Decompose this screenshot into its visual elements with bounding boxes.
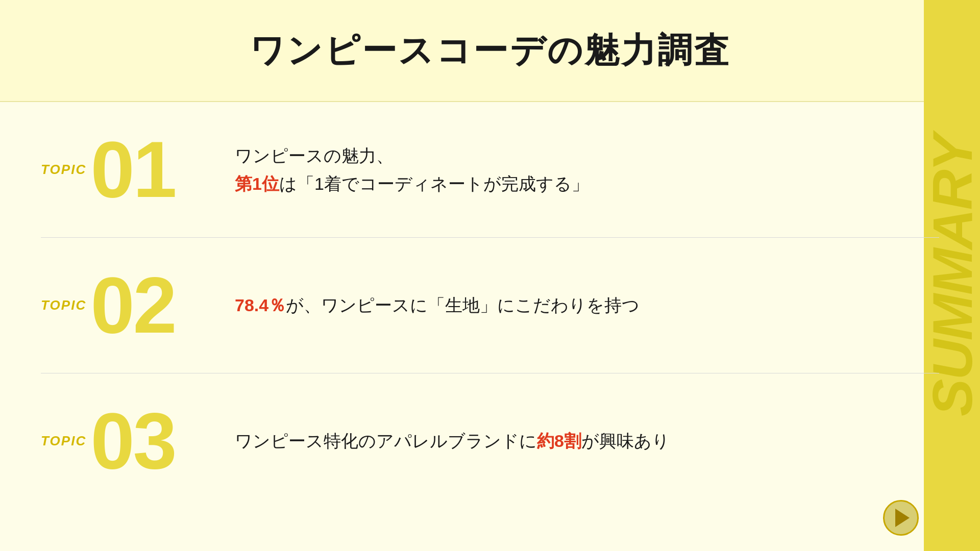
page-title: ワンピースコーデの魅力調査 (250, 28, 730, 74)
topic-row-03: TOPIC 03 ワンピース特化のアパレルブランドに約8割が興味あり (41, 373, 939, 509)
topic-02-highlight: 78.4％ (235, 295, 286, 315)
topic-01-text-1b: は「1着でコーディネートが完成する」 (279, 174, 589, 193)
topic-01-number: 01 (90, 130, 175, 209)
topic-02-number-block: TOPIC 02 (41, 266, 214, 345)
topic-02-label: TOPIC (41, 297, 86, 313)
topic-03-line-1: ワンピース特化のアパレルブランドに約8割が興味あり (235, 427, 939, 455)
topic-03-text-b: が興味あり (581, 431, 670, 450)
topic-02-content: 78.4％が、ワンピースに「生地」にこだわりを持つ (214, 291, 939, 319)
play-button[interactable] (883, 500, 919, 536)
topic-row-02: TOPIC 02 78.4％が、ワンピースに「生地」にこだわりを持つ (41, 238, 939, 373)
topic-01-line-1: ワンピースの魅力、 (235, 142, 939, 169)
topic-01-content: ワンピースの魅力、 第1位は「1着でコーディネートが完成する」 (214, 142, 939, 197)
topic-01-highlight: 第1位 (235, 174, 279, 193)
main-content: TOPIC 01 ワンピースの魅力、 第1位は「1着でコーディネートが完成する」… (0, 102, 980, 509)
play-icon (895, 509, 910, 527)
topic-01-label: TOPIC (41, 162, 86, 178)
header: ワンピースコーデの魅力調査 (0, 0, 980, 102)
topic-01-number-block: TOPIC 01 (41, 130, 214, 209)
topic-03-number: 03 (90, 402, 175, 481)
topic-02-number: 02 (90, 266, 175, 345)
topic-03-label: TOPIC (41, 433, 86, 449)
topic-03-number-block: TOPIC 03 (41, 402, 214, 481)
topic-01-line-2: 第1位は「1着でコーディネートが完成する」 (235, 170, 939, 197)
topic-02-line-1: 78.4％が、ワンピースに「生地」にこだわりを持つ (235, 291, 939, 319)
topic-03-highlight: 約8割 (537, 431, 581, 450)
topic-row-01: TOPIC 01 ワンピースの魅力、 第1位は「1着でコーディネートが完成する」 (41, 102, 939, 238)
topic-03-text-a: ワンピース特化のアパレルブランドに (235, 431, 537, 450)
topic-01-text-1a: ワンピースの魅力、 (235, 146, 394, 165)
topic-03-content: ワンピース特化のアパレルブランドに約8割が興味あり (214, 427, 939, 455)
topic-02-text: が、ワンピースに「生地」にこだわりを持つ (286, 295, 640, 315)
